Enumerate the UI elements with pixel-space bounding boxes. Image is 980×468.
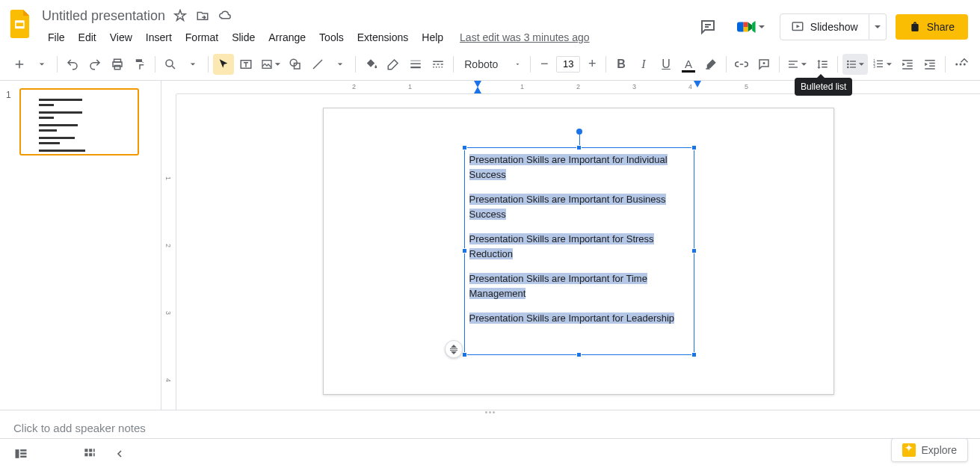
- resize-handle-ne[interactable]: [691, 145, 697, 150]
- bold-button[interactable]: B: [611, 54, 632, 75]
- zoom-button[interactable]: [160, 54, 181, 75]
- separator: [155, 56, 155, 73]
- highlight-button[interactable]: [700, 54, 721, 75]
- slide-thumbnail[interactable]: [19, 88, 139, 156]
- zoom-dropdown[interactable]: [182, 54, 203, 75]
- bulleted-list-button[interactable]: [842, 54, 869, 75]
- svg-rect-53: [89, 449, 92, 452]
- last-edit-link[interactable]: Last edit was 3 minutes ago: [460, 31, 590, 43]
- fill-color-button[interactable]: [360, 54, 381, 75]
- image-tool[interactable]: [258, 54, 284, 75]
- border-weight-button[interactable]: [405, 54, 426, 75]
- meet-button[interactable]: [732, 15, 771, 39]
- increase-indent-button[interactable]: [919, 54, 940, 75]
- svg-rect-28: [849, 64, 855, 64]
- paint-format-button[interactable]: [129, 54, 150, 75]
- grid-view-button[interactable]: [78, 442, 102, 466]
- redo-button[interactable]: [84, 54, 105, 75]
- new-slide-dropdown[interactable]: [31, 54, 52, 75]
- share-label: Share: [927, 21, 955, 33]
- svg-rect-13: [411, 67, 422, 68]
- svg-rect-32: [877, 60, 883, 61]
- collapse-filmstrip-button[interactable]: [108, 442, 132, 466]
- italic-button[interactable]: I: [633, 54, 654, 75]
- slideshow-button[interactable]: Slideshow: [780, 13, 869, 40]
- notes-splitter[interactable]: [0, 410, 980, 414]
- svg-rect-43: [929, 65, 935, 67]
- filmstrip-view-button[interactable]: [9, 442, 33, 466]
- menu-view[interactable]: View: [104, 28, 138, 46]
- select-tool[interactable]: [213, 54, 234, 75]
- cloud-icon[interactable]: [218, 8, 232, 23]
- menu-tools[interactable]: Tools: [313, 28, 350, 46]
- svg-rect-44: [925, 68, 935, 70]
- resize-handle-n[interactable]: [576, 145, 582, 150]
- menu-help[interactable]: Help: [416, 28, 449, 46]
- star-icon[interactable]: [173, 8, 188, 23]
- font-select[interactable]: Roboto: [458, 58, 526, 70]
- comment-button[interactable]: [754, 54, 774, 75]
- underline-button[interactable]: U: [656, 54, 677, 75]
- slide[interactable]: Presentation Skills are Important for In…: [323, 108, 834, 395]
- share-button[interactable]: Share: [896, 14, 968, 40]
- slides-logo[interactable]: [6, 9, 36, 39]
- text-content[interactable]: Presentation Skills are Important for In…: [465, 148, 694, 330]
- menu-slide[interactable]: Slide: [226, 28, 261, 46]
- comments-icon[interactable]: [693, 12, 723, 42]
- resize-handle-sw[interactable]: [462, 352, 467, 357]
- svg-rect-55: [84, 453, 87, 456]
- line-dropdown[interactable]: [330, 54, 351, 75]
- border-dash-button[interactable]: [428, 54, 449, 75]
- menu-file[interactable]: File: [42, 28, 71, 46]
- menu-extensions[interactable]: Extensions: [351, 28, 414, 46]
- svg-rect-20: [439, 67, 440, 68]
- font-size-input[interactable]: [556, 56, 580, 73]
- canvas[interactable]: 2 1 1 2 3 4 5 6 1 2 3 4: [161, 81, 980, 410]
- text-box[interactable]: Presentation Skills are Important for In…: [464, 147, 694, 355]
- shape-tool[interactable]: [285, 54, 306, 75]
- menu-edit[interactable]: Edit: [73, 28, 102, 46]
- menu-format[interactable]: Format: [179, 28, 224, 46]
- svg-rect-41: [925, 60, 935, 61]
- toolbar: Roboto − + B I U A 123 Bulleted list: [0, 48, 980, 81]
- resize-handle-nw[interactable]: [462, 145, 467, 150]
- menu-insert[interactable]: Insert: [140, 28, 178, 46]
- filmstrip[interactable]: 1: [0, 81, 161, 410]
- svg-rect-56: [89, 453, 92, 456]
- svg-rect-14: [434, 61, 444, 62]
- hide-menus-button[interactable]: [958, 54, 971, 67]
- resize-handle-w[interactable]: [462, 248, 467, 253]
- right-indent-marker[interactable]: [694, 81, 701, 87]
- print-button[interactable]: [107, 54, 128, 75]
- menu-bar: File Edit View Insert Format Slide Arran…: [42, 27, 693, 48]
- slideshow-dropdown[interactable]: [869, 13, 887, 40]
- indent-marker-bottom[interactable]: [474, 87, 481, 93]
- move-icon[interactable]: [195, 8, 210, 23]
- svg-rect-17: [441, 64, 443, 65]
- decrease-font-button[interactable]: −: [535, 55, 553, 73]
- resize-handle-s[interactable]: [576, 352, 582, 357]
- line-tool[interactable]: [307, 54, 328, 75]
- increase-font-button[interactable]: +: [583, 55, 601, 73]
- menu-arrange[interactable]: Arrange: [262, 28, 312, 46]
- svg-rect-22: [789, 61, 798, 61]
- numbered-list-button[interactable]: 123: [869, 54, 896, 75]
- text-color-button[interactable]: A: [678, 54, 699, 75]
- explore-button[interactable]: Explore: [891, 438, 968, 462]
- line-spacing-button[interactable]: [812, 54, 833, 75]
- svg-rect-16: [437, 64, 440, 65]
- svg-rect-24: [789, 67, 798, 67]
- undo-button[interactable]: [62, 54, 83, 75]
- svg-rect-52: [84, 449, 87, 452]
- link-button[interactable]: [731, 54, 752, 75]
- decrease-indent-button[interactable]: [897, 54, 918, 75]
- border-color-button[interactable]: [383, 54, 404, 75]
- new-slide-button[interactable]: [9, 54, 30, 75]
- resize-handle-se[interactable]: [691, 352, 697, 357]
- rotate-handle[interactable]: [576, 129, 582, 135]
- document-title[interactable]: Untitled presentation: [42, 8, 165, 24]
- resize-handle-e[interactable]: [691, 248, 697, 253]
- autofit-handle[interactable]: [445, 340, 463, 358]
- textbox-tool[interactable]: [235, 54, 256, 75]
- align-button[interactable]: [784, 54, 810, 75]
